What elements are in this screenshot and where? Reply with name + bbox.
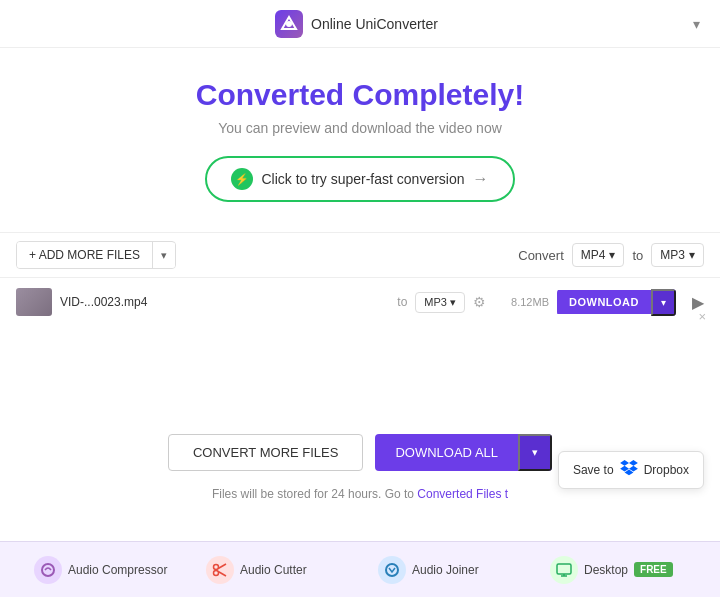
footer-tool-audio-cutter[interactable]: Audio Cutter <box>188 548 360 592</box>
header: Online UniConverter ▾ <box>0 0 720 48</box>
footer-tool-desktop[interactable]: Desktop FREE <box>532 548 704 592</box>
save-to-label: Save to <box>573 463 614 477</box>
file-row: VID-...0023.mp4 to MP3 ▾ ⚙ 8.12MB DOWNLO… <box>0 278 720 326</box>
audio-cutter-label: Audio Cutter <box>240 563 307 577</box>
file-size: 8.12MB <box>494 296 549 308</box>
svg-point-3 <box>214 564 219 569</box>
download-button-group: DOWNLOAD ▾ <box>557 289 676 316</box>
download-all-button[interactable]: DOWNLOAD ALL <box>375 434 518 471</box>
stored-notice: Files will be stored for 24 hours. Go to… <box>212 487 508 501</box>
svg-rect-8 <box>557 564 571 574</box>
file-format-chevron: ▾ <box>450 296 456 308</box>
download-dropdown-button[interactable]: ▾ <box>651 289 676 316</box>
download-all-dropdown-button[interactable]: ▾ <box>518 434 552 471</box>
download-button[interactable]: DOWNLOAD <box>557 290 651 314</box>
app-title: Online UniConverter <box>311 16 438 32</box>
file-to-label: to <box>397 295 407 309</box>
file-format-badge[interactable]: MP3 ▾ <box>415 292 465 313</box>
arrow-right-icon: → <box>473 170 489 188</box>
from-format-value: MP4 <box>581 248 606 262</box>
save-to-dropbox[interactable]: Save to Dropbox <box>558 451 704 489</box>
header-center: Online UniConverter <box>275 10 438 38</box>
to-label: to <box>632 248 643 263</box>
audio-compressor-icon <box>34 556 62 584</box>
file-thumbnail <box>16 288 52 316</box>
audio-joiner-icon <box>378 556 406 584</box>
converted-subtitle: You can preview and download the video n… <box>20 120 700 136</box>
svg-point-2 <box>42 564 54 576</box>
audio-compressor-label: Audio Compressor <box>68 563 167 577</box>
footer-tool-audio-compressor[interactable]: Audio Compressor <box>16 548 188 592</box>
footer-tool-audio-joiner[interactable]: Audio Joiner <box>360 548 532 592</box>
app-logo-icon <box>275 10 303 38</box>
add-files-dropdown-icon[interactable]: ▾ <box>153 243 175 268</box>
file-settings-icon[interactable]: ⚙ <box>473 294 486 310</box>
convert-toolbar: + ADD MORE FILES ▾ Convert MP4 ▾ to MP3 … <box>0 232 720 278</box>
svg-point-4 <box>214 570 219 575</box>
convert-label: Convert <box>518 248 564 263</box>
dropbox-label: Dropbox <box>644 463 689 477</box>
dropbox-icon <box>620 460 638 480</box>
svg-point-7 <box>386 564 398 576</box>
header-chevron-icon[interactable]: ▾ <box>693 16 700 32</box>
to-format-chevron: ▾ <box>689 248 695 262</box>
add-files-label: + ADD MORE FILES <box>17 242 153 268</box>
audio-cutter-icon <box>206 556 234 584</box>
convert-format-controls: Convert MP4 ▾ to MP3 ▾ <box>518 243 704 267</box>
desktop-label: Desktop <box>584 563 628 577</box>
file-row-inner: VID-...0023.mp4 to MP3 ▾ ⚙ 8.12MB DOWNLO… <box>0 278 720 326</box>
converted-title: Converted Completely! <box>20 78 700 112</box>
lightning-icon: ⚡ <box>231 168 253 190</box>
from-format-select[interactable]: MP4 ▾ <box>572 243 625 267</box>
to-format-select[interactable]: MP3 ▾ <box>651 243 704 267</box>
file-format-value: MP3 <box>424 296 447 308</box>
svg-point-1 <box>286 21 292 27</box>
main-content: Converted Completely! You can preview an… <box>0 48 720 232</box>
file-name: VID-...0023.mp4 <box>60 295 389 309</box>
converted-files-link[interactable]: Converted Files t <box>417 487 508 501</box>
desktop-icon <box>550 556 578 584</box>
free-badge: FREE <box>634 562 673 577</box>
footer-toolbar: Audio Compressor Audio Cutter Audio Join… <box>0 541 720 597</box>
audio-joiner-label: Audio Joiner <box>412 563 479 577</box>
notice-text: Files will be stored for 24 hours. Go to <box>212 487 414 501</box>
convert-more-button[interactable]: CONVERT MORE FILES <box>168 434 363 471</box>
download-all-group: DOWNLOAD ALL ▾ <box>375 434 552 471</box>
svg-line-6 <box>218 571 226 576</box>
fast-conversion-label: Click to try super-fast conversion <box>261 171 464 187</box>
close-file-button[interactable]: × <box>698 309 706 324</box>
svg-line-5 <box>218 564 226 569</box>
add-files-button[interactable]: + ADD MORE FILES ▾ <box>16 241 176 269</box>
from-format-chevron: ▾ <box>609 248 615 262</box>
fast-conversion-button[interactable]: ⚡ Click to try super-fast conversion → <box>205 156 514 202</box>
to-format-value: MP3 <box>660 248 685 262</box>
